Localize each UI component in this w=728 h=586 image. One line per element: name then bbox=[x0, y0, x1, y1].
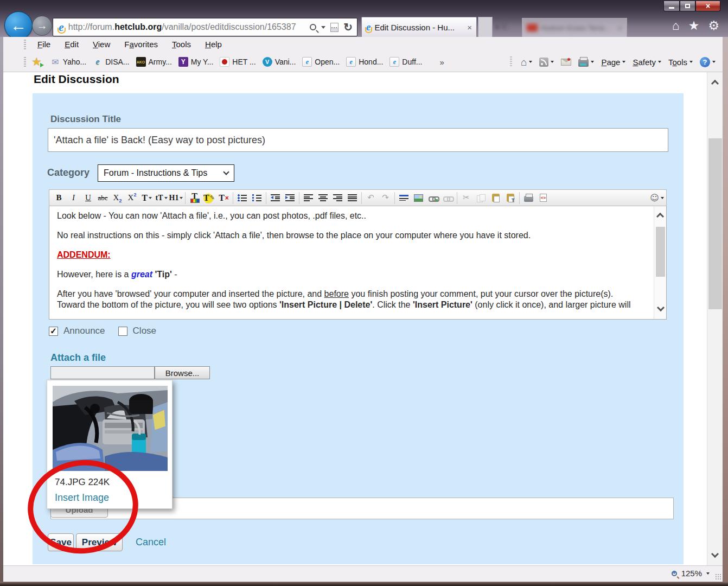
forward-button[interactable]: → bbox=[32, 16, 52, 36]
heading-icon[interactable]: H1 bbox=[169, 191, 183, 205]
redo-icon[interactable]: ↷ bbox=[378, 191, 393, 205]
resize-grip[interactable] bbox=[715, 574, 721, 580]
maximize-button[interactable] bbox=[680, 1, 695, 11]
menu-item[interactable]: Help bbox=[198, 40, 229, 49]
underline-icon[interactable]: U bbox=[81, 191, 95, 205]
menu-item[interactable]: Tools bbox=[165, 40, 198, 49]
back-button[interactable]: ← bbox=[4, 11, 33, 40]
favorite-item[interactable]: YMy Y... bbox=[175, 57, 217, 67]
read-mail-button[interactable] bbox=[559, 58, 573, 67]
bold-icon[interactable]: B bbox=[52, 191, 66, 205]
scrollbar-thumb[interactable] bbox=[708, 138, 722, 309]
home-menu-button[interactable]: ⌂ bbox=[519, 56, 534, 68]
page-menu-button[interactable]: Page bbox=[599, 56, 627, 68]
window-scrollbar[interactable] bbox=[707, 72, 723, 565]
search-icon[interactable] bbox=[310, 24, 316, 30]
browse-button[interactable]: Browse... bbox=[155, 366, 210, 379]
file-path-input[interactable] bbox=[50, 366, 155, 379]
save-button[interactable]: Save bbox=[48, 533, 74, 551]
bullet-list-icon[interactable] bbox=[235, 191, 250, 205]
align-left-icon[interactable] bbox=[301, 191, 316, 205]
compatibility-view-icon[interactable] bbox=[330, 23, 339, 32]
tab-close-icon[interactable]: × bbox=[467, 23, 472, 32]
address-bar[interactable]: e http://forum.hetclub.org/vanilla/post/… bbox=[53, 18, 357, 36]
align-center-icon[interactable] bbox=[316, 191, 330, 205]
preview-button[interactable]: Preview bbox=[76, 533, 123, 551]
highlight-icon[interactable]: T✎ bbox=[202, 191, 216, 205]
tools-menu-button[interactable]: Tools bbox=[667, 56, 694, 68]
editor-body[interactable]: Look below - You can now 'Attach a file'… bbox=[49, 206, 667, 320]
category-select[interactable]: Forum - Instructions & Tips bbox=[98, 164, 234, 182]
paste-icon[interactable] bbox=[488, 191, 503, 205]
insert-image-link[interactable]: Insert Image bbox=[55, 492, 109, 504]
home-icon[interactable]: ⌂ bbox=[672, 20, 680, 32]
cancel-link[interactable]: Cancel bbox=[136, 537, 166, 548]
favorite-item[interactable]: AKOArmy... bbox=[133, 57, 175, 67]
align-right-icon[interactable] bbox=[330, 191, 345, 205]
unlink-icon[interactable] bbox=[440, 191, 455, 205]
announce-checkbox[interactable]: ✓ bbox=[49, 327, 58, 336]
scroll-up-icon[interactable] bbox=[656, 213, 664, 220]
paste-text-icon[interactable] bbox=[503, 191, 518, 205]
remove-format-icon[interactable]: T× bbox=[216, 191, 231, 205]
search-dropdown-icon[interactable] bbox=[321, 26, 325, 29]
copy-icon[interactable] bbox=[474, 191, 488, 205]
favorite-item[interactable]: Yaho... bbox=[47, 57, 90, 67]
print-icon[interactable] bbox=[521, 191, 536, 205]
zoom-control[interactable]: 125% bbox=[672, 569, 710, 578]
safety-menu-button[interactable]: Safety bbox=[631, 56, 663, 68]
zoom-dropdown-icon[interactable] bbox=[706, 572, 710, 575]
more-favorites-chevron[interactable]: » bbox=[439, 58, 444, 67]
print-button[interactable] bbox=[577, 56, 596, 68]
minimize-button[interactable] bbox=[663, 1, 680, 11]
italic-icon[interactable]: I bbox=[66, 191, 81, 205]
refresh-icon[interactable]: ↻ bbox=[343, 22, 353, 33]
attach-a-file-link[interactable]: Attach a file bbox=[50, 352, 106, 364]
menu-item[interactable]: Favorites bbox=[117, 40, 165, 49]
strikethrough-icon[interactable]: abc bbox=[95, 191, 110, 205]
favorite-item[interactable]: HET ... bbox=[216, 57, 259, 67]
emoticon-button[interactable]: ☺ bbox=[650, 194, 664, 202]
tab-edit-discussion[interactable]: e Edit Discussion - Hu... × bbox=[361, 17, 477, 37]
font-size-icon[interactable]: tT bbox=[154, 191, 169, 205]
url-text[interactable]: http://forum.hetclub.org/vanilla/post/ed… bbox=[68, 22, 310, 32]
close-checkbox[interactable] bbox=[118, 327, 127, 336]
scrollbar-up-icon[interactable] bbox=[711, 80, 719, 87]
tab-title: Edit Discussion - Hu... bbox=[374, 23, 464, 32]
font-color-icon[interactable]: T bbox=[187, 191, 202, 205]
settings-gear-icon[interactable]: ⚙ bbox=[708, 20, 719, 32]
favorite-item[interactable]: Duff... bbox=[386, 57, 425, 67]
editor-scrollbar[interactable] bbox=[654, 206, 666, 319]
insert-image-icon[interactable] bbox=[411, 191, 426, 205]
justify-icon[interactable] bbox=[345, 191, 360, 205]
undo-icon[interactable]: ↶ bbox=[363, 191, 378, 205]
superscript-icon[interactable]: X2 bbox=[125, 191, 139, 205]
source-code-icon[interactable]: <> bbox=[536, 191, 551, 205]
scroll-down-icon[interactable] bbox=[657, 304, 665, 311]
font-family-icon[interactable]: T bbox=[139, 191, 154, 205]
numbered-list-icon[interactable] bbox=[250, 191, 264, 205]
close-button[interactable]: × bbox=[695, 1, 720, 11]
menu-item[interactable]: Edit bbox=[58, 40, 86, 49]
tab-blurred[interactable]: Hudson Essex Terra... × bbox=[522, 18, 627, 37]
link-icon[interactable] bbox=[426, 191, 440, 205]
add-favorite-icon[interactable]: ★ bbox=[31, 55, 42, 68]
editor-scrollbar-thumb[interactable] bbox=[656, 227, 665, 277]
blurred-tab-close-icon[interactable]: × bbox=[617, 23, 622, 33]
favorite-item[interactable]: DISA... bbox=[90, 57, 132, 67]
rss-feed-button[interactable] bbox=[538, 56, 555, 68]
favorite-item[interactable]: Hond... bbox=[343, 57, 386, 67]
outdent-icon[interactable] bbox=[268, 191, 283, 205]
cut-icon[interactable]: ✂ bbox=[459, 191, 474, 205]
subscript-icon[interactable]: X2 bbox=[110, 191, 125, 205]
menu-item[interactable]: File bbox=[30, 40, 58, 49]
discussion-title-input[interactable] bbox=[48, 128, 668, 152]
favorite-item[interactable]: Open... bbox=[299, 57, 343, 67]
scrollbar-down-icon[interactable] bbox=[711, 550, 719, 558]
favorite-item[interactable]: VVani... bbox=[259, 57, 299, 67]
indent-icon[interactable] bbox=[283, 191, 297, 205]
help-button[interactable]: ? bbox=[698, 56, 717, 68]
horizontal-rule-icon[interactable] bbox=[397, 191, 411, 205]
favorites-star-icon[interactable]: ★ bbox=[688, 20, 700, 32]
menu-item[interactable]: View bbox=[86, 40, 117, 49]
